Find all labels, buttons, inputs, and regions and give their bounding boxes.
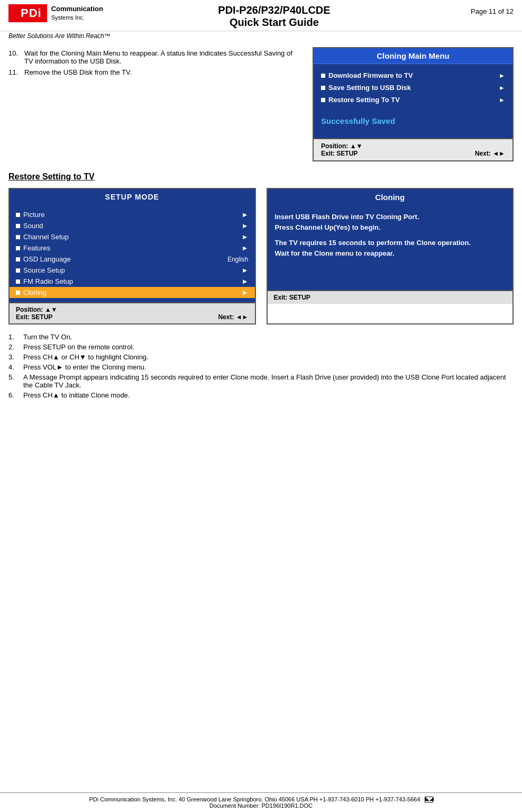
bullet-icon xyxy=(16,224,20,228)
main-content: 10. Wait for the Cloning Main Menu to re… xyxy=(0,43,522,405)
step-3-num: 3. xyxy=(8,353,19,361)
menu-item-restore-label: Restore Setting To TV xyxy=(328,96,400,104)
restore-step-6: 6. Press CH▲ to initiate Clone mode. xyxy=(8,391,514,399)
logo-dot-2 xyxy=(14,12,17,15)
menu-item-save-label: Save Setting to USB Disk xyxy=(328,84,411,92)
setup-mode-title: SETUP MODE xyxy=(10,189,255,205)
footer-company-info: PDi Communication Systems, Inc. 40 Green… xyxy=(89,796,420,802)
footer-row-2: Exit: SETUP Next: ◄► xyxy=(16,313,249,321)
position-bold: Position: ▲▼ xyxy=(16,306,57,313)
exit-bold: Exit: SETUP xyxy=(16,313,52,321)
step-10-text: Wait for the Cloning Main Menu to reappe… xyxy=(24,49,302,65)
logo-dot-1 xyxy=(14,7,17,11)
step-4-num: 4. xyxy=(8,363,19,371)
cloning-text-1: Insert USB Flash Drive into TV Cloning P… xyxy=(275,212,506,232)
step-11-text: Remove the USB Disk from the TV. xyxy=(24,68,132,76)
exit-label: Exit: SETUP xyxy=(321,150,358,157)
cloning-line3: The TV requires 15 seconds to perform th… xyxy=(275,239,471,247)
menu-item-download: Download Firmware to TV ► xyxy=(321,69,505,82)
next-bold: Next: ◄► xyxy=(475,150,505,157)
exit-bold: Exit: SETUP xyxy=(321,150,358,157)
restore-section-title: Restore Setting to TV xyxy=(8,172,514,182)
cloning-arrow: ► xyxy=(242,288,249,296)
step-10: 10. Wait for the Cloning Main Menu to re… xyxy=(8,49,302,65)
arrow-icon: ► xyxy=(499,72,505,79)
next-label: Next: ◄► xyxy=(475,150,505,157)
bullet-icon xyxy=(16,268,20,273)
cloning-info-screen: Cloning Insert USB Flash Drive into TV C… xyxy=(267,188,514,324)
bullet-icon xyxy=(16,257,20,261)
bullet-icon xyxy=(321,86,325,90)
bullet-icon xyxy=(16,235,20,239)
restore-step-4: 4. Press VOL► to enter the Cloning menu. xyxy=(8,363,514,371)
menu-item-restore: Restore Setting To TV ► xyxy=(321,94,505,106)
setup-item-channel-setup: Channel Setup ► xyxy=(16,231,249,242)
exit-label: Exit: SETUP xyxy=(16,313,52,321)
step-3-text: Press CH▲ or CH▼ to highlight Cloning. xyxy=(23,353,149,361)
bullet-icon xyxy=(16,213,20,217)
next-label: Next: ◄► xyxy=(218,313,248,321)
cloning-line4: Wait for the Clone menu to reappear. xyxy=(275,249,395,257)
product-title: PDI-P26/P32/P40LCDE xyxy=(104,4,445,16)
dual-screens: SETUP MODE Picture ► Sound xyxy=(8,188,514,324)
cloning-steps-text: 10. Wait for the Cloning Main Menu to re… xyxy=(8,47,302,161)
features-arrow: ► xyxy=(242,244,249,252)
cloning-menu-footer: Position: ▲▼ Exit: SETUP Next: ◄► xyxy=(314,138,512,160)
sound-label: Sound xyxy=(23,222,43,230)
company-line1: Communication xyxy=(51,5,103,13)
step-1-num: 1. xyxy=(8,333,19,341)
position-bold: Position: ▲▼ xyxy=(321,142,362,150)
features-label: Features xyxy=(23,244,50,252)
restore-steps: 1. Turn the TV On. 2. Press SETUP on the… xyxy=(8,333,514,399)
setup-item-picture: Picture ► xyxy=(16,209,249,220)
cloning-line2: Press Channel Up(Yes) to begin. xyxy=(275,223,381,231)
cloning-menu-body: Download Firmware to TV ► Save Setting t… xyxy=(314,64,512,138)
cloning-label: Cloning xyxy=(23,288,47,296)
company-line2: Systems Inc. xyxy=(51,14,85,21)
setup-item-source-setup: Source Setup ► xyxy=(16,265,249,276)
step-6-num: 6. xyxy=(8,391,19,399)
step-2-text: Press SETUP on the remote control. xyxy=(23,343,134,351)
arrow-icon: ► xyxy=(499,84,505,92)
setup-item-cloning: Cloning ► xyxy=(10,287,255,298)
footer-row-1: Position: ▲▼ xyxy=(16,306,249,313)
cloning-screen-footer: Exit: SETUP xyxy=(268,290,513,304)
tagline: Better Solutions Are Within Reach™ xyxy=(0,31,522,43)
step-4-text: Press VOL► to enter the Cloning menu. xyxy=(23,363,146,371)
position-label: Position: ▲▼ xyxy=(16,306,57,313)
pdi-logo: PDi xyxy=(8,4,47,22)
restore-step-3: 3. Press CH▲ or CH▼ to highlight Cloning… xyxy=(8,353,514,361)
osd-value: English xyxy=(227,256,248,263)
arrow-icon: ► xyxy=(499,96,505,104)
sound-arrow: ► xyxy=(242,222,249,230)
email-icon xyxy=(425,797,433,802)
restore-step-1: 1. Turn the TV On. xyxy=(8,333,514,341)
footer-row-2: Exit: SETUP Next: ◄► xyxy=(321,150,505,157)
setup-mode-body: Picture ► Sound ► Ch xyxy=(10,205,255,302)
cloning-screen-body: Insert USB Flash Drive into TV Cloning P… xyxy=(268,205,513,290)
setup-item-fm-radio: FM Radio Setup ► xyxy=(16,276,249,287)
osd-label: OSD Language xyxy=(23,255,71,263)
pdi-text: PDi xyxy=(21,6,42,20)
channel-setup-arrow: ► xyxy=(242,233,249,241)
logo-dot-3 xyxy=(14,16,17,20)
cloning-exit-label: Exit: SETUP xyxy=(274,294,310,301)
bullet-icon xyxy=(321,74,325,78)
picture-label: Picture xyxy=(23,211,44,219)
setup-mode-screen: SETUP MODE Picture ► Sound xyxy=(8,188,256,324)
channel-setup-label: Channel Setup xyxy=(23,233,69,241)
source-setup-label: Source Setup xyxy=(23,266,65,274)
cloning-menu-title: Cloning Main Menu xyxy=(314,48,512,64)
restore-step-2: 2. Press SETUP on the remote control. xyxy=(8,343,514,351)
setup-mode-footer: Position: ▲▼ Exit: SETUP Next: ◄► xyxy=(10,302,255,323)
restore-step-5: 5. A Message Prompt appears indicating 1… xyxy=(8,373,514,389)
picture-arrow: ► xyxy=(242,211,249,219)
step-11: 11. Remove the USB Disk from the TV. xyxy=(8,68,302,76)
cloning-text-2: The TV requires 15 seconds to perform th… xyxy=(275,238,506,258)
fm-radio-arrow: ► xyxy=(242,277,249,285)
step-2-num: 2. xyxy=(8,343,19,351)
step-6-text: Press CH▲ to initiate Clone mode. xyxy=(23,391,130,399)
logo-dots xyxy=(14,7,17,20)
step-10-num: 10. xyxy=(8,49,21,65)
cloning-screen-title: Cloning xyxy=(268,189,513,205)
